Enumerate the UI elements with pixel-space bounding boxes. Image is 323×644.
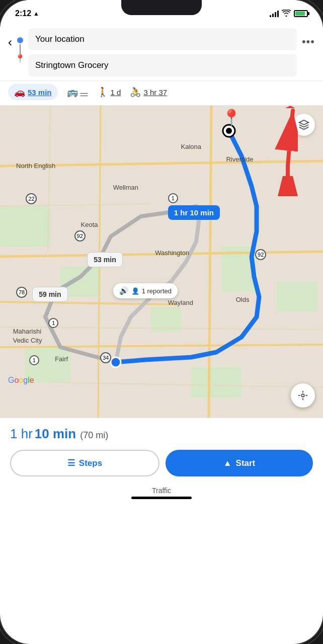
signal-bar-1 bbox=[270, 15, 271, 17]
bottom-indicator: Traffic bbox=[0, 482, 323, 505]
map-svg bbox=[0, 106, 323, 418]
traffic-badge-text: 1 reported bbox=[142, 287, 172, 295]
header: ‹ 📍 Your location Stringtown Grocery ••• bbox=[0, 24, 323, 81]
road-22: 22 bbox=[26, 193, 37, 204]
phone-screen: 2:12 ▲ bbox=[0, 0, 323, 644]
route-label-59[interactable]: 59 min bbox=[32, 287, 67, 302]
road-78: 78 bbox=[16, 287, 27, 298]
bottom-panel: 1 hr 10 min (70 mi) ☰ Steps ▲ Start bbox=[0, 418, 323, 482]
location-button[interactable] bbox=[291, 383, 315, 408]
duration-distance: (70 mi) bbox=[80, 430, 108, 441]
route-label-blue[interactable]: 1 hr 10 min bbox=[168, 205, 220, 220]
destination-input[interactable]: Stringtown Grocery bbox=[28, 54, 297, 76]
battery-fill bbox=[295, 12, 305, 16]
navigation-icon: ▲ bbox=[223, 458, 232, 468]
signal-bar-2 bbox=[272, 14, 274, 17]
dot-line bbox=[20, 44, 21, 54]
more-button[interactable]: ••• bbox=[302, 28, 315, 48]
svg-rect-7 bbox=[191, 367, 241, 397]
battery-icon bbox=[294, 10, 308, 17]
transport-bike[interactable]: 🚴 3 hr 37 bbox=[130, 87, 167, 98]
origin-dot bbox=[17, 37, 23, 43]
steps-button[interactable]: ☰ Steps bbox=[10, 450, 159, 476]
origin-input[interactable]: Your location bbox=[28, 28, 297, 50]
transport-drive[interactable]: 🚗 53 min bbox=[8, 84, 58, 100]
road-1-north: 1 bbox=[168, 193, 178, 203]
traffic-icon: 🔊 bbox=[119, 286, 129, 295]
destination-dot: 📍 bbox=[17, 55, 23, 61]
duration-minutes: 10 min bbox=[35, 426, 76, 442]
start-button[interactable]: ▲ Start bbox=[166, 450, 313, 476]
home-indicator bbox=[131, 497, 192, 499]
phone-frame: 2:12 ▲ bbox=[0, 0, 323, 644]
walk-label: 1 d bbox=[111, 88, 121, 97]
action-buttons: ☰ Steps ▲ Start bbox=[10, 450, 313, 476]
svg-rect-1 bbox=[0, 206, 50, 247]
duration-row: 1 hr 10 min (70 mi) bbox=[10, 426, 313, 442]
road-1-south: 1 bbox=[48, 318, 58, 328]
status-time: 2:12 ▲ bbox=[15, 9, 39, 18]
transport-bar: 🚗 53 min 🚌 — 🚶 1 d 🚴 3 hr 37 bbox=[0, 81, 323, 106]
walk-icon: 🚶 bbox=[97, 87, 108, 98]
search-fields: Your location Stringtown Grocery bbox=[28, 28, 297, 76]
transport-transit[interactable]: 🚌 — bbox=[67, 87, 88, 98]
drive-label: 53 min bbox=[28, 88, 52, 97]
svg-rect-5 bbox=[277, 282, 317, 312]
svg-point-20 bbox=[111, 357, 121, 367]
back-button[interactable]: ‹ bbox=[8, 28, 12, 49]
route-dots: 📍 bbox=[17, 28, 23, 61]
start-label: Start bbox=[236, 458, 256, 468]
steps-icon: ☰ bbox=[67, 458, 75, 468]
layers-button[interactable] bbox=[293, 114, 315, 136]
signal-bar-3 bbox=[275, 12, 276, 17]
drive-icon: 🚗 bbox=[14, 87, 25, 98]
signal-bar-4 bbox=[277, 11, 279, 17]
map-container[interactable]: 📍 North English Wellman Kalona Riverside… bbox=[0, 106, 323, 418]
road-92-west: 92 bbox=[74, 230, 86, 242]
destination-pin: 📍 bbox=[221, 110, 241, 126]
transit-label: — bbox=[80, 88, 88, 97]
road-1-fairf: 1 bbox=[29, 355, 39, 365]
steps-label: Steps bbox=[79, 458, 102, 468]
svg-marker-21 bbox=[299, 120, 308, 125]
traffic-badge[interactable]: 🔊 👤 1 reported bbox=[113, 283, 178, 298]
svg-point-19 bbox=[226, 128, 232, 134]
transport-walk[interactable]: 🚶 1 d bbox=[97, 87, 121, 98]
bike-label: 3 hr 37 bbox=[143, 88, 167, 97]
status-icons bbox=[270, 10, 308, 18]
person-icon: 👤 bbox=[131, 287, 139, 295]
route-label-53[interactable]: 53 min bbox=[87, 252, 122, 267]
time-display: 2:12 bbox=[15, 9, 31, 18]
location-arrow-icon: ▲ bbox=[33, 10, 39, 17]
svg-point-22 bbox=[301, 394, 304, 397]
signal-bars bbox=[270, 10, 279, 17]
notch bbox=[121, 0, 202, 15]
traffic-label: Traffic bbox=[152, 487, 171, 495]
duration-hours: 1 hr bbox=[10, 426, 33, 442]
wifi-icon bbox=[282, 10, 291, 18]
road-34: 34 bbox=[100, 352, 111, 363]
bike-icon: 🚴 bbox=[130, 87, 141, 98]
transit-icon: 🚌 bbox=[67, 87, 78, 98]
